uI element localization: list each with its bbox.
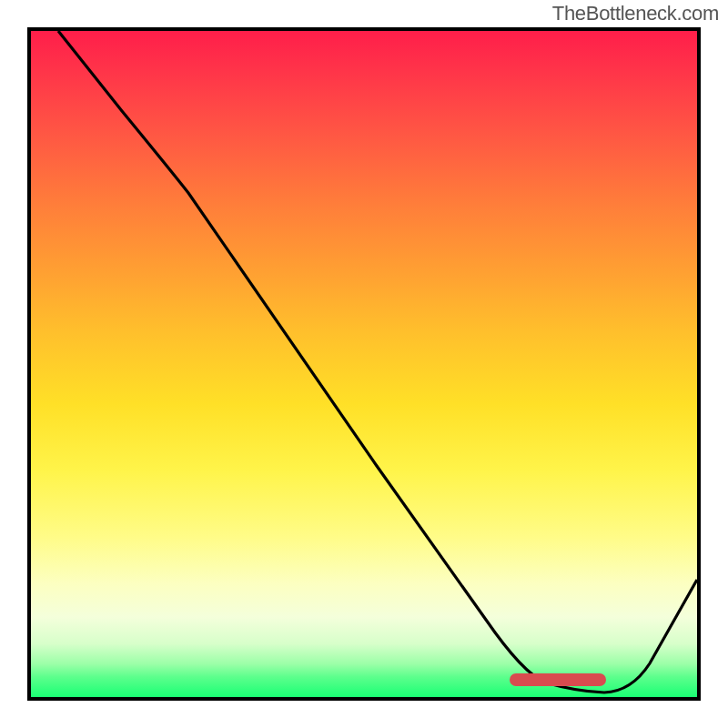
- curve-layer: [31, 31, 697, 697]
- watermark-label: TheBottleneck.com: [552, 2, 719, 25]
- optimal-range-marker: [510, 673, 606, 686]
- bottleneck-curve-path: [58, 31, 697, 693]
- chart-container: TheBottleneck.com: [0, 0, 728, 728]
- plot-frame: [27, 27, 701, 701]
